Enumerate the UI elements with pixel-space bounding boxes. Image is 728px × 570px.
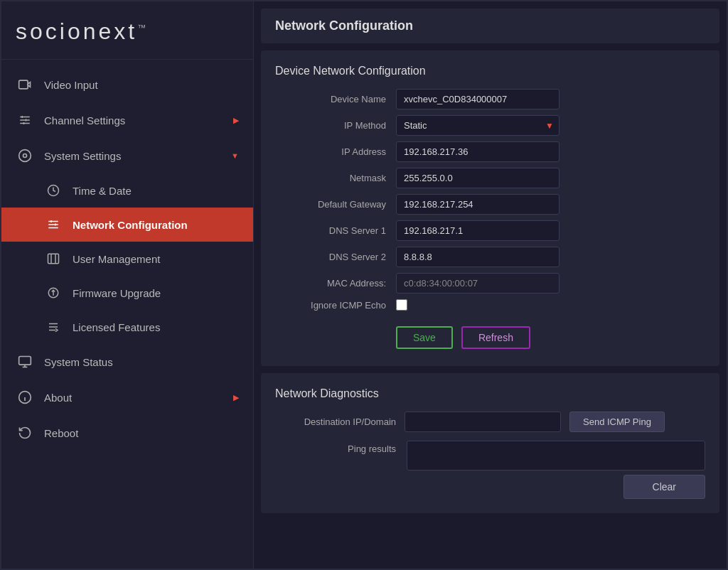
video-input-icon <box>16 75 34 94</box>
logo-wordmark: socionext <box>16 18 137 44</box>
dest-ip-label: Destination IP/Domain <box>275 416 396 427</box>
logo-text: socionext™ <box>16 18 149 44</box>
ip-method-select[interactable]: Static DHCP <box>396 115 560 136</box>
sidebar-item-label: Licensed Features <box>73 321 160 333</box>
refresh-button[interactable]: Refresh <box>461 326 530 349</box>
dns-server1-row: DNS Server 1 <box>275 220 705 241</box>
sidebar-item-label: Video Input <box>44 79 98 91</box>
chevron-right-icon: ▶ <box>233 393 239 402</box>
dest-ip-input[interactable] <box>405 412 561 432</box>
main-content: Network Configuration Device Network Con… <box>254 1 727 569</box>
dns-server1-label: DNS Server 1 <box>275 225 396 236</box>
sidebar-item-label: Firmware Upgrade <box>73 287 161 299</box>
sidebar-item-user-management[interactable]: User Management <box>1 242 253 276</box>
sidebar-item-label: System Settings <box>44 150 121 162</box>
device-name-input[interactable] <box>396 89 560 109</box>
sidebar-item-network-configuration[interactable]: Network Configuration <box>1 208 253 242</box>
channel-settings-icon <box>16 111 34 129</box>
ping-results-label: Ping results <box>275 441 396 454</box>
ip-method-row: IP Method Static DHCP ▼ <box>275 115 705 136</box>
dest-ip-row: Destination IP/Domain Send ICMP Ping <box>275 412 705 432</box>
mac-address-row: MAC Address: <box>275 273 705 294</box>
sidebar-item-firmware-upgrade[interactable]: Firmware Upgrade <box>1 276 253 310</box>
sidebar-item-label: Time & Date <box>73 185 132 197</box>
logo-tm: ™ <box>137 23 149 33</box>
default-gateway-label: Default Gateway <box>275 199 396 210</box>
sidebar-item-reboot[interactable]: Reboot <box>1 415 253 451</box>
system-settings-icon <box>16 146 34 165</box>
time-date-icon <box>44 181 63 200</box>
ping-results-row: Ping results Clear <box>275 441 705 499</box>
save-button[interactable]: Save <box>396 326 453 349</box>
sidebar-item-system-settings[interactable]: System Settings ▼ <box>1 138 253 173</box>
netmask-row: Netmask <box>275 168 705 188</box>
svg-rect-24 <box>19 357 31 365</box>
device-name-row: Device Name <box>275 89 705 109</box>
reboot-icon <box>16 424 34 442</box>
dns-server2-input[interactable] <box>396 247 560 267</box>
licensed-features-icon <box>44 318 63 336</box>
sidebar-item-label: Channel Settings <box>44 114 125 127</box>
logo-area: socionext™ <box>1 1 253 60</box>
mac-address-label: MAC Address: <box>275 278 396 289</box>
clear-button[interactable]: Clear <box>623 475 705 499</box>
icmp-echo-checkbox[interactable] <box>396 299 407 311</box>
sidebar-item-time-date[interactable]: Time & Date <box>1 173 253 208</box>
ping-results-area-wrapper: Clear <box>405 441 705 499</box>
sidebar-item-label: About <box>44 392 72 404</box>
default-gateway-input[interactable] <box>396 194 560 215</box>
icmp-echo-row: Ignore ICMP Echo <box>275 299 705 311</box>
svg-point-9 <box>23 154 27 158</box>
sidebar-item-video-input[interactable]: Video Input <box>1 67 253 102</box>
icmp-echo-checkbox-wrapper <box>396 299 407 311</box>
ip-address-input[interactable] <box>396 141 560 162</box>
diagnostics-card-title: Network Diagnostics <box>275 387 705 400</box>
sidebar-item-label: Network Configuration <box>73 219 188 231</box>
sidebar-item-label: System Status <box>44 356 113 368</box>
ping-results-textarea[interactable] <box>407 441 705 470</box>
svg-point-8 <box>19 150 31 162</box>
network-config-icon <box>44 215 63 234</box>
send-icmp-ping-button[interactable]: Send ICMP Ping <box>569 412 665 432</box>
chevron-right-icon: ▶ <box>233 116 239 125</box>
dns-server1-input[interactable] <box>396 220 560 241</box>
sidebar-item-label: Reboot <box>44 427 78 439</box>
firmware-upgrade-icon <box>44 284 63 302</box>
ip-address-label: IP Address <box>275 146 396 157</box>
save-refresh-row: Save Refresh <box>396 322 705 352</box>
ip-address-row: IP Address <box>275 141 705 162</box>
ip-method-select-wrapper: Static DHCP ▼ <box>396 115 560 136</box>
device-name-label: Device Name <box>275 94 396 104</box>
mac-address-input <box>396 273 560 294</box>
dns-server2-row: DNS Server 2 <box>275 247 705 267</box>
dns-server2-label: DNS Server 2 <box>275 252 396 262</box>
page-title-bar: Network Configuration <box>261 9 719 43</box>
diagnostics-card: Network Diagnostics Destination IP/Domai… <box>261 373 719 513</box>
ip-method-label: IP Method <box>275 120 396 131</box>
sidebar-item-channel-settings[interactable]: Channel Settings ▶ <box>1 102 253 138</box>
svg-rect-16 <box>48 254 59 264</box>
nav-list: Video Input Channel Settings ▶ <box>1 60 253 569</box>
sidebar-item-licensed-features[interactable]: Licensed Features <box>1 310 253 344</box>
user-management-icon <box>44 249 63 268</box>
page-title: Network Configuration <box>275 18 413 33</box>
netmask-label: Netmask <box>275 173 396 183</box>
network-form: Device Name IP Method Static DHCP ▼ <box>275 89 705 311</box>
device-network-card-title: Device Network Configuration <box>275 65 705 77</box>
netmask-input[interactable] <box>396 168 560 188</box>
system-status-icon <box>16 353 34 371</box>
sidebar-item-label: User Management <box>73 253 160 265</box>
sidebar: socionext™ Video Input <box>1 1 254 569</box>
default-gateway-row: Default Gateway <box>275 194 705 215</box>
icmp-echo-label: Ignore ICMP Echo <box>275 300 396 311</box>
device-network-card: Device Network Configuration Device Name… <box>261 50 719 366</box>
sidebar-item-about[interactable]: About ▶ <box>1 380 253 415</box>
about-icon <box>16 388 34 407</box>
svg-rect-0 <box>19 80 28 89</box>
sidebar-item-system-status[interactable]: System Status <box>1 344 253 380</box>
chevron-down-icon: ▼ <box>231 151 239 160</box>
